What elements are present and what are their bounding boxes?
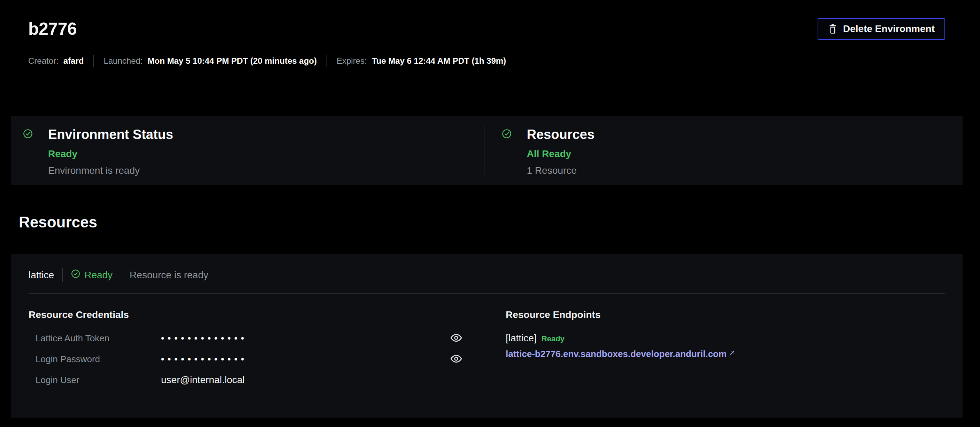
credential-value: user@internal.local: [161, 375, 245, 386]
creator-label: Creator:: [28, 55, 59, 67]
resource-header: lattice Ready Resource is ready: [11, 254, 963, 282]
launched-label: Launched:: [103, 55, 143, 67]
resources-status-value: All Ready: [527, 148, 595, 160]
launched-value: Mon May 5 10:44 PM PDT (20 minutes ago): [148, 55, 317, 67]
expires-label: Expires:: [337, 55, 367, 67]
credential-label: Lattice Auth Token: [29, 333, 161, 344]
credential-label: Login Password: [29, 354, 161, 365]
credential-row-login-user: Login User user@internal.local: [29, 372, 463, 387]
environment-status-description: Environment is ready: [48, 165, 173, 176]
check-circle-icon: [502, 129, 512, 185]
environment-status-card: Environment Status Ready Environment is …: [11, 116, 484, 185]
endpoint-title: [lattice] Ready: [506, 333, 963, 344]
resource-endpoints-heading: Resource Endpoints: [506, 309, 963, 321]
resource-status-description: Resource is ready: [130, 268, 208, 282]
environment-detail-page: b2776 Delete Environment Creator: afard …: [0, 0, 980, 417]
resources-status-card: Resources All Ready 1 Resource: [484, 116, 963, 185]
resources-status-description: 1 Resource: [527, 165, 595, 176]
expires-value: Tue May 6 12:44 AM PDT (1h 39m): [372, 55, 506, 67]
header-divider: [62, 268, 63, 282]
endpoint-url-text: lattice-b2776.env.sandboxes.developer.an…: [506, 349, 727, 359]
delete-environment-button[interactable]: Delete Environment: [818, 18, 945, 40]
endpoint-name: [lattice]: [506, 333, 537, 344]
page-header: b2776 Delete Environment: [0, 0, 980, 40]
status-summary-strip: Environment Status Ready Environment is …: [11, 116, 963, 185]
resource-status-label: Ready: [84, 268, 113, 282]
creator-value: afard: [64, 55, 84, 67]
environment-status-value: Ready: [48, 148, 173, 160]
trash-icon: [828, 24, 837, 34]
external-link-icon: [728, 349, 737, 359]
environment-status-title: Environment Status: [48, 127, 173, 142]
credential-row-lattice-auth-token: Lattice Auth Token •••••••••••••: [29, 330, 463, 346]
expires-meta: Expires: Tue May 6 12:44 AM PDT (1h 39m): [337, 55, 506, 67]
check-circle-icon: [71, 268, 80, 282]
resource-body: Resource Credentials Lattice Auth Token …: [11, 294, 963, 408]
resource-status-badge: Ready: [71, 268, 113, 282]
environment-meta-row: Creator: afard Launched: Mon May 5 10:44…: [28, 55, 980, 67]
environment-status-card-text: Environment Status Ready Environment is …: [48, 127, 173, 185]
header-divider: [121, 268, 121, 282]
reveal-lattice-auth-token-button[interactable]: [449, 332, 463, 345]
credential-row-login-password: Login Password •••••••••••••: [29, 351, 463, 367]
resources-status-card-text: Resources All Ready 1 Resource: [527, 127, 595, 185]
resource-card-lattice: lattice Ready Resource is ready Resource…: [11, 254, 963, 417]
resources-status-title: Resources: [527, 127, 595, 142]
launched-meta: Launched: Mon May 5 10:44 PM PDT (20 min…: [103, 55, 317, 67]
endpoint-url-link[interactable]: lattice-b2776.env.sandboxes.developer.an…: [506, 349, 737, 359]
resource-credentials-heading: Resource Credentials: [29, 309, 463, 321]
resource-endpoints-panel: Resource Endpoints [lattice] Ready latti…: [488, 294, 963, 408]
meta-divider: [326, 55, 327, 67]
resource-credentials-panel: Resource Credentials Lattice Auth Token …: [11, 294, 488, 408]
resources-section-heading: Resources: [19, 213, 980, 231]
endpoint-item-lattice: [lattice] Ready lattice-b2776.env.sandbo…: [506, 333, 963, 359]
endpoint-status-badge: Ready: [542, 334, 565, 343]
credential-masked-value: •••••••••••••: [161, 354, 247, 365]
delete-environment-label: Delete Environment: [843, 23, 935, 35]
page-title: b2776: [28, 19, 77, 40]
reveal-login-password-button[interactable]: [449, 353, 463, 366]
credential-masked-value: •••••••••••••: [161, 333, 247, 344]
check-circle-icon: [23, 129, 33, 185]
creator-meta: Creator: afard: [28, 55, 84, 67]
resource-name: lattice: [29, 268, 54, 282]
eye-icon: [450, 333, 462, 343]
credential-label: Login User: [29, 375, 161, 386]
eye-icon: [450, 354, 462, 364]
